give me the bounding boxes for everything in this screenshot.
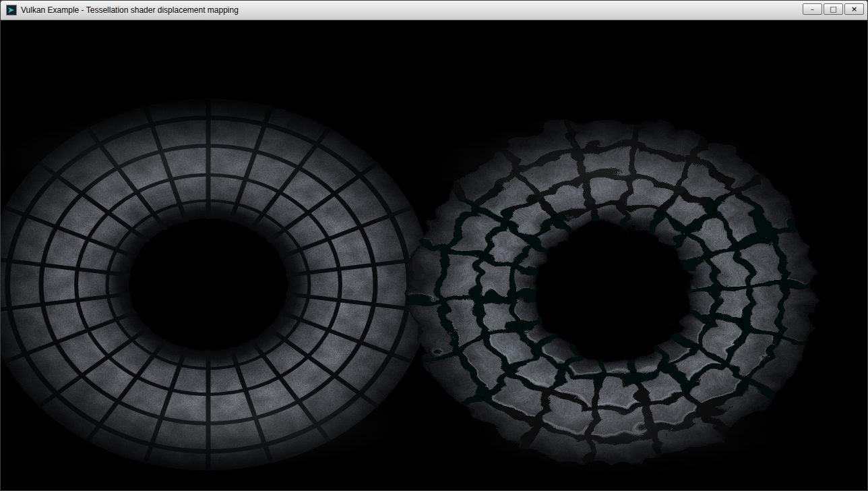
window-controls: – □ × <box>803 3 864 15</box>
render-viewport[interactable] <box>1 20 868 491</box>
window-title: Vulkan Example - Tessellation shader dis… <box>21 5 239 15</box>
maximize-button[interactable]: □ <box>824 3 843 15</box>
app-window: Vulkan Example - Tessellation shader dis… <box>0 0 868 491</box>
titlebar[interactable]: Vulkan Example - Tessellation shader dis… <box>1 1 867 20</box>
app-icon[interactable] <box>6 5 17 16</box>
close-button[interactable]: × <box>844 3 864 15</box>
vulkan-icon <box>8 7 14 13</box>
minimize-button[interactable]: – <box>803 3 822 15</box>
vignette-overlay <box>1 20 868 491</box>
